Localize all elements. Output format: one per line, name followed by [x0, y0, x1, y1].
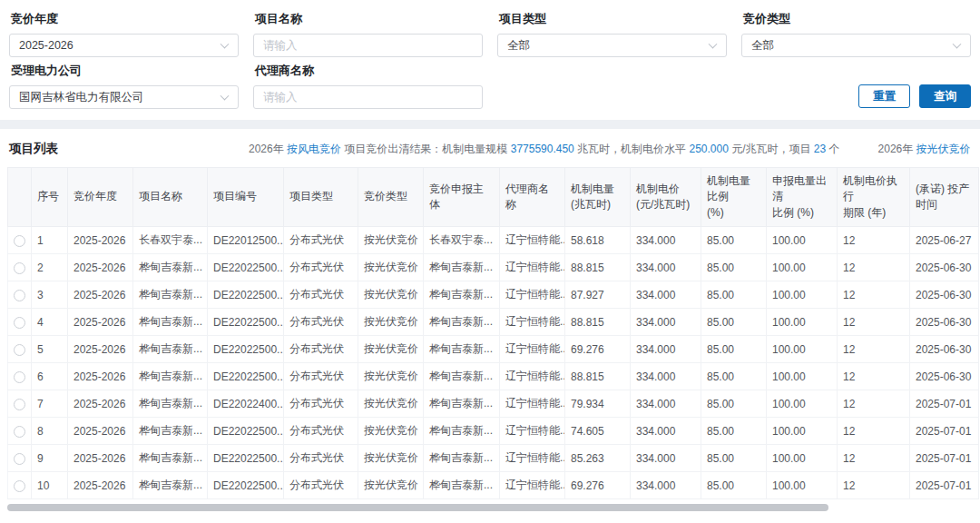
table-cell: 2025-06-30: [910, 363, 979, 390]
table-cell: 8: [32, 418, 68, 445]
power-company-label: 受理电力公司: [11, 63, 239, 79]
table-cell: 12: [838, 227, 910, 254]
table-row: 52025-2026桦甸吉泰新...DE22022500...分布式光伏按光伏竞…: [8, 336, 979, 363]
field-agent-name: 代理商名称 请输入: [253, 57, 483, 109]
table-cell: 12: [838, 281, 910, 309]
table-cell: 12: [838, 336, 910, 363]
column-header: 竞价类型: [358, 168, 424, 227]
table-cell: 334.000: [631, 227, 701, 254]
table-cell: 5: [32, 336, 68, 363]
row-select-cell: [8, 418, 32, 445]
row-radio-icon[interactable]: [14, 453, 25, 465]
project-type-value: 全部: [507, 38, 530, 54]
table-cell: 分布式光伏: [284, 472, 358, 499]
summary-link[interactable]: 3775590.450: [511, 143, 574, 155]
table-row: 92025-2026桦甸吉泰新...DE22022500...分布式光伏按光伏竞…: [8, 445, 979, 472]
row-radio-icon[interactable]: [14, 426, 25, 438]
table-cell: 58.618: [565, 227, 631, 254]
column-header: 代理商名称: [500, 168, 565, 227]
horizontal-scrollbar-thumb[interactable]: [7, 504, 828, 511]
table-cell: 桦甸吉泰新...: [133, 281, 208, 309]
summary-link[interactable]: 按风电竞价: [287, 143, 341, 155]
table-row: 12025-2026长春双宇泰...DE22012500...分布式光伏按光伏竞…: [8, 227, 979, 254]
bidding-type-select[interactable]: 全部: [741, 34, 971, 57]
table-cell: DE22022500...: [208, 472, 284, 499]
summary-text: 兆瓦时，机制电价水平: [574, 143, 690, 155]
table-cell: 100.00: [767, 445, 838, 472]
table-cell: DE22022400...: [208, 390, 284, 418]
pagination-bar: 共 1164 条 10条/页 < 123456...117 > 前往 页: [0, 511, 980, 523]
table-cell: 88.815: [565, 309, 631, 336]
chevron-down-icon: [220, 92, 230, 101]
table-cell: 2025-2026: [68, 418, 133, 445]
table-cell: 100.00: [767, 336, 838, 363]
agent-name-placeholder: 请输入: [263, 90, 298, 105]
row-select-cell: [8, 472, 32, 499]
table-cell: 辽宁恒特能...: [500, 254, 565, 281]
column-header: (承诺) 投产 时间: [910, 168, 979, 227]
project-type-select[interactable]: 全部: [497, 34, 727, 57]
table-row: 32025-2026桦甸吉泰新...DE22022500...分布式光伏按光伏竞…: [8, 281, 979, 309]
table-row: 22025-2026桦甸吉泰新...DE22022500...分布式光伏按光伏竞…: [8, 254, 979, 281]
project-table-wrap: 序号竞价年度项目名称项目编号项目类型竞价类型竞价申报主体代理商名称机制电量 (兆…: [7, 167, 973, 499]
row-radio-icon[interactable]: [14, 262, 25, 274]
table-cell: 12: [838, 309, 910, 336]
row-select-cell: [8, 390, 32, 418]
summary-text: 元/兆瓦时，项目: [729, 143, 814, 155]
table-cell: 85.00: [701, 281, 767, 309]
table-cell: 辽宁恒特能...: [500, 227, 565, 254]
select-column-header: [8, 168, 32, 227]
project-name-label: 项目名称: [255, 11, 483, 27]
table-cell: 334.000: [631, 363, 701, 390]
page-title: 项目列表: [9, 141, 58, 157]
table-cell: 按光伏竞价: [358, 336, 424, 363]
table-cell: 桦甸吉泰新...: [424, 390, 500, 418]
header-row: 序号竞价年度项目名称项目编号项目类型竞价类型竞价申报主体代理商名称机制电量 (兆…: [8, 168, 979, 227]
row-radio-icon[interactable]: [14, 317, 25, 329]
table-cell: 桦甸吉泰新...: [133, 336, 208, 363]
table-cell: 2025-06-30: [910, 254, 979, 281]
table-cell: 长春双宇泰...: [133, 227, 208, 254]
row-radio-icon[interactable]: [14, 399, 25, 410]
agent-name-input[interactable]: 请输入: [253, 85, 483, 109]
table-cell: 桦甸吉泰新...: [424, 309, 500, 336]
table-cell: 辽宁恒特能...: [500, 309, 565, 336]
chevron-down-icon: [709, 40, 718, 49]
table-cell: 100.00: [767, 472, 838, 499]
row-radio-icon[interactable]: [14, 290, 25, 301]
power-company-select[interactable]: 国网吉林省电力有限公司: [9, 85, 239, 109]
table-cell: 85.00: [701, 363, 767, 390]
summary-link[interactable]: 250.000: [689, 143, 728, 155]
search-button[interactable]: 查询: [919, 84, 971, 108]
table-cell: 辽宁恒特能...: [500, 363, 565, 390]
table-cell: 334.000: [631, 472, 701, 499]
table-cell: 100.00: [767, 363, 838, 390]
table-cell: 2025-07-01: [910, 418, 979, 445]
reset-button[interactable]: 重置: [858, 84, 910, 108]
table-cell: DE22022500...: [208, 281, 284, 309]
table-cell: 桦甸吉泰新...: [424, 418, 500, 445]
summary-link[interactable]: 23: [814, 143, 826, 155]
project-name-input[interactable]: 请输入: [253, 34, 483, 57]
table-cell: 100.00: [767, 281, 838, 309]
bidding-year-select[interactable]: 2025-2026: [9, 34, 239, 57]
table-cell: DE22022500...: [208, 309, 284, 336]
table-cell: 85.00: [701, 309, 767, 336]
table-cell: 桦甸吉泰新...: [133, 390, 208, 418]
table-cell: 334.000: [631, 418, 701, 445]
row-radio-icon[interactable]: [14, 235, 25, 247]
summary-text: 个: [826, 143, 839, 155]
row-select-cell: [8, 336, 32, 363]
column-header: 申报电量出清 比例 (%): [767, 168, 838, 227]
bidding-type-value: 全部: [751, 38, 774, 54]
row-radio-icon[interactable]: [14, 480, 25, 492]
row-radio-icon[interactable]: [14, 344, 25, 356]
table-cell: 7: [32, 390, 68, 418]
chevron-down-icon: [220, 40, 230, 49]
table-cell: 2025-06-30: [910, 281, 979, 309]
table-cell: 分布式光伏: [284, 390, 358, 418]
row-radio-icon[interactable]: [14, 371, 25, 383]
summary-link[interactable]: 按光伏竞价: [916, 143, 971, 155]
table-cell: DE22012500...: [208, 227, 284, 254]
column-header: 机制电价 (元/兆瓦时): [631, 168, 701, 227]
